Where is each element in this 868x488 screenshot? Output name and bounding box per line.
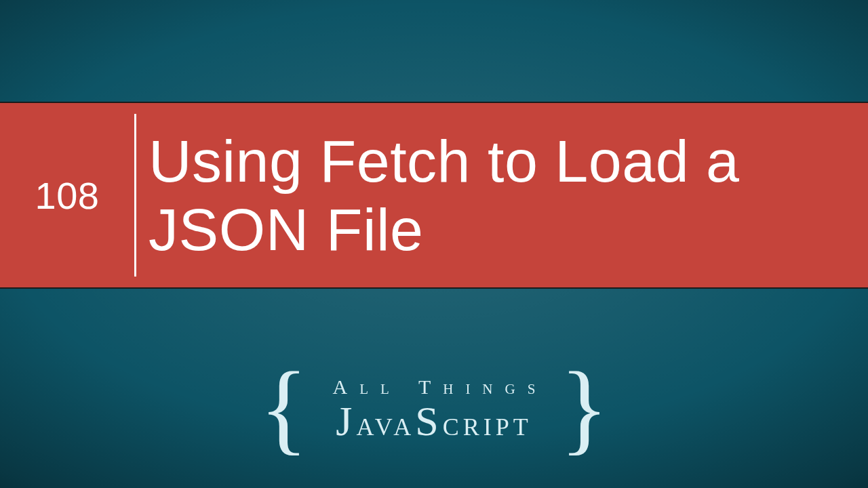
logo-line1: All Things: [321, 375, 548, 399]
logo-line2: JavaScript: [336, 397, 532, 445]
title-banner: 108 Using Fetch to Load a JSON File: [0, 102, 868, 289]
logo-text: All Things JavaScript: [321, 375, 548, 445]
brace-right-icon: }: [559, 372, 608, 449]
brace-left-icon: {: [260, 372, 309, 449]
episode-number: 108: [0, 103, 134, 287]
video-title: Using Fetch to Load a JSON File: [136, 103, 868, 287]
channel-logo: { All Things JavaScript }: [260, 372, 609, 449]
